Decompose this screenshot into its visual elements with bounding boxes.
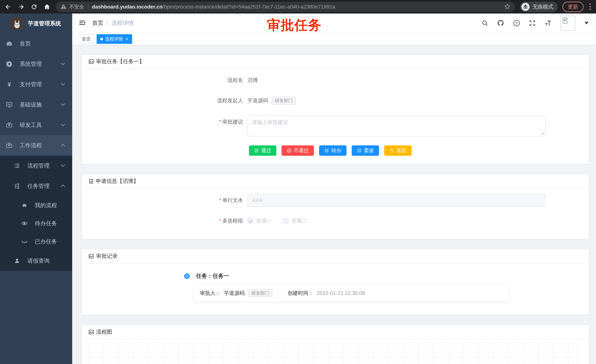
sidebar: 芋道管理系统 首页 系统管理 ¥ 支付管理	[0, 14, 72, 364]
bpmn-canvas[interactable]	[88, 342, 582, 364]
card-header: 审批任务【任务一】	[82, 55, 589, 69]
bookmark-star-icon[interactable]	[504, 3, 511, 11]
sidebar-item-label: 请假查询	[27, 257, 50, 265]
gear-icon	[6, 60, 13, 67]
avatar[interactable]	[560, 16, 575, 30]
reject-button[interactable]: 不通过	[282, 145, 314, 156]
browser-menu-icon[interactable]	[589, 4, 592, 10]
help-icon[interactable]: ?	[513, 19, 521, 27]
sidebar-item-process-mgmt[interactable]: 流程管理	[0, 156, 72, 176]
yen-icon: ¥	[6, 81, 13, 88]
logo-avatar	[11, 18, 23, 29]
avatar-caret-icon[interactable]	[585, 22, 589, 24]
font-size-icon[interactable]	[544, 19, 552, 27]
incognito-badge: 无痕模式	[520, 2, 558, 12]
toolbox-icon	[6, 142, 13, 149]
edit-icon	[254, 148, 259, 153]
checkbox-option-2: 选项二	[283, 217, 307, 224]
robot-icon	[21, 202, 28, 209]
sidebar-item-leave-query[interactable]: 请假查询	[0, 251, 72, 271]
tab-process-detail[interactable]: 流程详情 ×	[97, 34, 132, 44]
process-name-value: 滔博	[247, 77, 258, 84]
sidebar-menu: 首页 系统管理 ¥ 支付管理 基础设施	[0, 34, 72, 156]
single-line-input: AAA	[247, 194, 545, 207]
edit-icon	[357, 148, 362, 153]
timeline-clock-icon	[184, 273, 190, 279]
chevron-down-icon	[61, 102, 65, 106]
resize-grip-icon[interactable]	[541, 132, 544, 135]
list-icon	[13, 162, 21, 169]
transfer-button[interactable]: 转办	[319, 145, 346, 156]
url-bar[interactable]: 不安全 dashboard.yudao.iocoder.cn/bpm/proce…	[56, 2, 515, 12]
sidebar-item-infra[interactable]: 基础设施	[0, 95, 72, 115]
sidebar-toggle-icon[interactable]	[78, 19, 86, 27]
sidebar-item-workflow[interactable]: 工作流程	[0, 135, 72, 156]
fullscreen-icon[interactable]	[529, 19, 536, 27]
sidebar-item-task-mgmt[interactable]: 任务管理	[0, 176, 72, 196]
sidebar-item-payment[interactable]: ¥ 支付管理	[0, 74, 72, 95]
sidebar-item-my-process[interactable]: 我的流程	[0, 196, 72, 214]
process-name-label: 流程名	[88, 77, 247, 84]
active-tab-dot	[100, 38, 103, 40]
chevron-down-icon	[61, 122, 65, 126]
dept-tag: 研发部门	[272, 96, 296, 105]
chevron-up-icon	[61, 144, 65, 148]
sidebar-item-label: 工作流程	[20, 142, 42, 149]
security-label[interactable]: 不安全	[69, 4, 84, 10]
initiator-value: 芋道源码 研发部门	[247, 96, 296, 105]
dashboard-icon	[6, 40, 13, 47]
card-title: 审批任务【任务一】	[96, 58, 144, 65]
sidebar-item-label: 研发工具	[20, 121, 42, 129]
sidebar-logo[interactable]: 芋道管理系统	[0, 14, 72, 34]
document-icon	[88, 178, 94, 184]
chevron-up-icon	[61, 185, 65, 189]
card-title: 审批记录	[96, 253, 118, 260]
tab-home[interactable]: 首页	[78, 34, 94, 44]
delegate-button[interactable]: 委派	[352, 145, 379, 156]
tab-label: 流程详情	[105, 36, 123, 42]
github-icon[interactable]	[497, 19, 505, 27]
user-icon	[13, 257, 21, 264]
sidebar-item-system[interactable]: 系统管理	[0, 54, 72, 74]
sidebar-item-label: 我的流程	[35, 202, 57, 209]
sidebar-item-label: 待办任务	[35, 220, 57, 227]
close-icon[interactable]: ×	[125, 37, 128, 41]
initiator-label: 流程发起人	[88, 97, 247, 104]
checkbox-checked-icon	[247, 218, 253, 224]
url-text[interactable]: dashboard.yudao.iocoder.cn/bpm/process-i…	[92, 4, 335, 10]
checkbox-group-label: 多选框组	[88, 217, 247, 224]
sidebar-item-todo-tasks[interactable]: 待办任务	[0, 214, 72, 233]
tree-icon	[13, 183, 21, 189]
monitor-icon	[6, 101, 13, 108]
home-icon[interactable]	[43, 3, 51, 11]
breadcrumb-home[interactable]: 首页	[92, 19, 103, 27]
return-button[interactable]: 退回	[384, 145, 412, 156]
back-icon[interactable]	[4, 3, 12, 11]
eye-open-icon	[21, 220, 28, 227]
timeline-task-title: 任务：任务一	[196, 272, 229, 280]
reload-icon[interactable]	[30, 3, 38, 11]
update-button[interactable]: 更新	[562, 2, 584, 12]
app-root: 不安全 dashboard.yudao.iocoder.cn/bpm/proce…	[0, 0, 596, 364]
forward-icon[interactable]	[17, 3, 25, 11]
record-detail-card: 审批人： 芋道源码 研发部门 创建时间： 2022-01-21 22:35:08	[194, 285, 509, 302]
incognito-icon	[522, 3, 529, 11]
create-time-value: 2022-01-21 22:35:08	[317, 290, 365, 296]
search-icon[interactable]	[481, 19, 489, 27]
sidebar-item-done-tasks[interactable]: 已办任务	[0, 233, 72, 251]
picture-icon	[88, 253, 94, 259]
card-title: 流程图	[96, 328, 112, 336]
tags-view-bar: 首页 流程详情 ×	[72, 33, 596, 45]
incognito-label: 无痕模式	[533, 3, 553, 10]
sidebar-item-home[interactable]: 首页	[0, 34, 72, 54]
chevron-down-icon	[61, 61, 65, 65]
card-header: 审批记录	[82, 249, 589, 263]
sidebar-item-devtools[interactable]: 研发工具	[0, 115, 72, 135]
approval-record-card: 审批记录 任务：任务一 审批人： 芋道源码 研发部门 创建时间： 2022-01…	[81, 249, 589, 315]
checkbox-unchecked-icon	[283, 218, 289, 224]
approve-button[interactable]: 通过	[249, 145, 276, 156]
suggest-textarea[interactable]: 请输入审批建议	[247, 116, 545, 137]
chevron-down-icon	[61, 81, 65, 86]
edit-icon	[324, 148, 329, 153]
undo-icon	[389, 148, 394, 153]
